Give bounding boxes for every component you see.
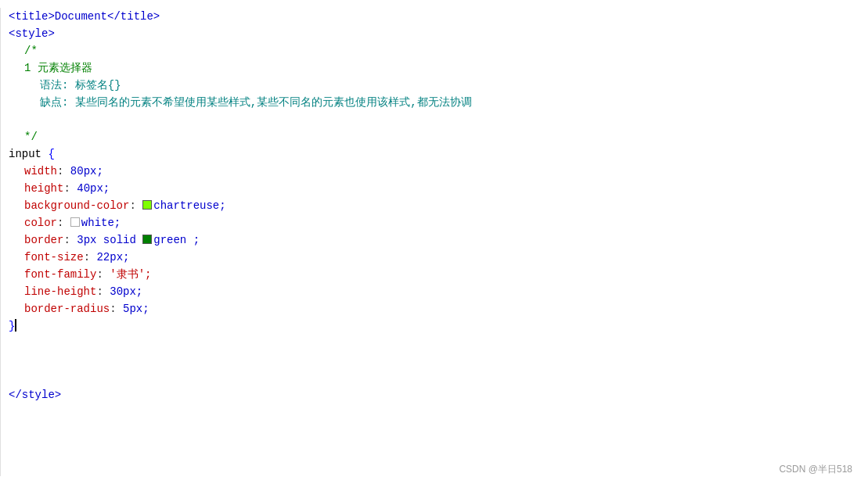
css-property: font-size (24, 249, 84, 266)
comment-syntax: 语法: 标签名{} (40, 77, 121, 94)
comment-number: 1 元素选择器 (24, 59, 92, 77)
code-line-style-close: </style> (9, 386, 868, 403)
code-line: 1 元素选择器 (9, 59, 868, 77)
colon: : (129, 197, 142, 214)
colon: : (84, 249, 97, 266)
css-value: chartreuse; (153, 197, 225, 214)
watermark: CSDN @半日518 (779, 463, 852, 476)
colon: : (63, 231, 77, 249)
css-value-string: '隶书'; (110, 266, 151, 283)
css-value-border: 3px solid (77, 231, 142, 249)
code-line: 语法: 标签名{} (9, 77, 868, 94)
close-brace: } (9, 317, 15, 335)
css-value: 22px; (96, 249, 129, 266)
code-line: height: 40px; (9, 180, 868, 197)
colon: : (96, 283, 110, 300)
code-line: <title>Document</title> (9, 8, 868, 25)
html-tag: <style> (9, 25, 55, 42)
css-property: background-color (24, 197, 129, 214)
html-tag: <title>Document</title> (9, 8, 160, 25)
comment-close: */ (24, 128, 38, 145)
html-tag-close: </style> (9, 386, 61, 403)
colon: : (96, 266, 110, 283)
code-line: background-color: chartreuse; (9, 197, 868, 214)
css-property: font-family (24, 266, 96, 283)
color-swatch-green (142, 235, 152, 244)
colon: : (63, 180, 77, 197)
empty-line (9, 369, 868, 386)
css-value: 5px; (123, 300, 149, 317)
empty-line (9, 352, 868, 369)
css-value: 80px; (70, 163, 103, 180)
comment-disadvantage: 缺点: 某些同名的元素不希望使用某些样式,某些不同名的元素也使用该样式,都无法协… (40, 94, 472, 111)
css-value-green: green ; (153, 231, 200, 249)
open-brace: { (48, 145, 54, 163)
code-line: <style> (9, 25, 868, 42)
code-line: color: white; (9, 214, 868, 231)
css-value: white; (81, 214, 121, 231)
code-line: font-family: '隶书'; (9, 266, 868, 283)
code-line: border: 3px solid green ; (9, 231, 868, 249)
empty-line (9, 111, 868, 128)
code-line: line-height: 30px; (9, 283, 868, 300)
code-line: */ (9, 128, 868, 145)
css-selector: input (9, 145, 48, 163)
code-line: width: 80px; (9, 163, 868, 180)
empty-line (9, 335, 868, 352)
code-line: /* (9, 42, 868, 59)
text-cursor (15, 319, 16, 332)
colon: : (57, 163, 70, 180)
code-line-selector: input { (9, 145, 868, 163)
css-property: line-height (24, 283, 96, 300)
code-line: font-size: 22px; (9, 249, 868, 266)
colon: : (110, 300, 123, 317)
css-value: 40px; (77, 180, 110, 197)
css-property: border-radius (24, 300, 110, 317)
code-area: <title>Document</title> <style> /* 1 元素选… (0, 0, 868, 484)
comment-text: /* (24, 42, 38, 59)
css-property: height (24, 180, 63, 197)
code-line-closing: } (9, 317, 868, 335)
color-swatch-chartreuse (142, 200, 152, 210)
css-value: 30px; (110, 283, 142, 300)
color-swatch-white (70, 217, 80, 227)
code-line: border-radius: 5px; (9, 300, 868, 317)
css-property: color (24, 214, 57, 231)
css-property: border (24, 231, 63, 249)
code-content: <title>Document</title> <style> /* 1 元素选… (0, 8, 868, 476)
css-property: width (24, 163, 57, 180)
code-editor: <title>Document</title> <style> /* 1 元素选… (0, 0, 868, 484)
colon: : (57, 214, 70, 231)
code-line: 缺点: 某些同名的元素不希望使用某些样式,某些不同名的元素也使用该样式,都无法协… (9, 94, 868, 111)
